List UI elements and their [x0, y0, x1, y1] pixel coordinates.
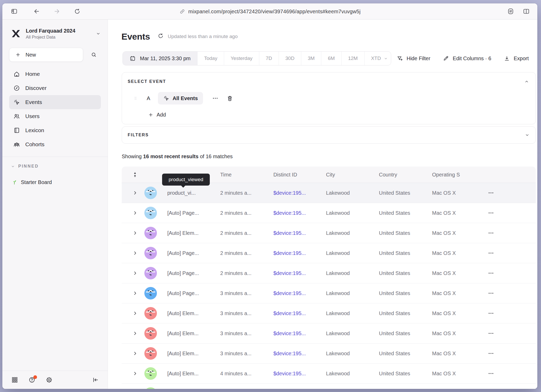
table-row[interactable]: [Auto] Elem... 3 minutes a... $device:19… [122, 344, 536, 364]
help-button[interactable] [28, 376, 36, 384]
table-row[interactable]: [Auto] Elem... 2 minutes a... $device:19… [122, 223, 536, 243]
event-country: United States [379, 290, 410, 296]
forward-icon[interactable] [52, 7, 61, 16]
table-row[interactable]: [Auto] Page... 2 minutes a... $device:19… [122, 203, 536, 223]
range-today[interactable]: Today [197, 52, 224, 65]
event-time: 2 minutes a... [220, 250, 251, 256]
range-xtd[interactable]: XTD [364, 52, 391, 65]
distinct-id-link[interactable]: $device:195... [273, 190, 306, 196]
range-7d[interactable]: 7D [259, 52, 279, 65]
range-yesterday[interactable]: Yesterday [224, 52, 259, 65]
column-header-city[interactable]: City [326, 172, 335, 178]
row-actions-button[interactable] [485, 349, 497, 358]
sidebar-item-lexicon[interactable]: Lexicon [9, 123, 101, 137]
event-country: United States [379, 351, 410, 357]
row-expand-chevron[interactable] [133, 331, 138, 336]
row-actions-button[interactable] [485, 369, 497, 378]
row-expand-chevron[interactable] [133, 291, 138, 296]
table-row[interactable]: [Auto] Page... 2 minutes a... $device:19… [122, 243, 536, 263]
row-actions-button[interactable] [485, 309, 497, 318]
add-event-button[interactable]: Add [148, 109, 166, 120]
split-view-icon[interactable] [522, 7, 531, 16]
row-expand-chevron[interactable] [133, 231, 138, 236]
project-switcher[interactable]: Lord Farquaad 2024 All Project Data [10, 27, 101, 40]
new-button[interactable]: New [9, 48, 83, 62]
sidebar-item-cohorts[interactable]: Cohorts [9, 137, 101, 151]
event-os: Mac OS X [432, 371, 456, 377]
event-selector-chip[interactable]: All Events [158, 92, 203, 105]
range-30d[interactable]: 30D [279, 52, 301, 65]
range-12m[interactable]: 12M [341, 52, 364, 65]
distinct-id-link[interactable]: $device:195... [273, 351, 306, 357]
back-icon[interactable] [32, 7, 41, 16]
column-header-country[interactable]: Country [379, 172, 397, 178]
sidebar-item-home[interactable]: Home [9, 67, 101, 81]
settings-button[interactable] [45, 376, 53, 384]
drag-handle-icon[interactable] [133, 95, 138, 101]
refresh-button[interactable] [157, 33, 165, 40]
export-button[interactable]: Export [498, 51, 534, 65]
row-expand-chevron[interactable] [133, 351, 138, 356]
row-actions-button[interactable] [485, 188, 497, 197]
row-expand-chevron[interactable] [133, 251, 138, 256]
collapse-sidebar-button[interactable] [91, 376, 99, 384]
event-name: [Auto] Elem... [167, 371, 199, 377]
table-row[interactable]: [Auto] Page... 3 minutes a... $device:19… [122, 283, 536, 303]
distinct-id-link[interactable]: $device:195... [273, 230, 306, 236]
page-settings-icon[interactable] [506, 7, 515, 16]
edit-columns-button[interactable]: Edit Columns · 6 [437, 51, 497, 65]
address-bar[interactable]: mixpanel.com/project/3472420/view/397469… [179, 8, 360, 14]
column-header-distinct-id[interactable]: Distinct ID [273, 172, 297, 178]
distinct-id-link[interactable]: $device:195... [273, 210, 306, 216]
row-actions-button[interactable] [485, 269, 497, 278]
chevron-up-icon[interactable] [524, 79, 529, 84]
sidebar-item-events[interactable]: Events [9, 95, 101, 109]
table-row-partial[interactable] [122, 384, 536, 389]
column-header-os[interactable]: Operating S [432, 172, 460, 178]
row-actions-button[interactable] [485, 249, 497, 258]
range-3m[interactable]: 3M [301, 52, 321, 65]
table-row[interactable]: [Auto] Elem... 3 minutes a... $device:19… [122, 303, 536, 323]
row-actions-button[interactable] [485, 289, 497, 298]
row-expand-chevron[interactable] [133, 191, 138, 195]
event-country: United States [379, 330, 410, 336]
date-picker-button[interactable]: Mar 11, 2025 3:30 pm [123, 52, 197, 65]
plus-icon [148, 112, 153, 118]
sidebar-item-discover[interactable]: Discover [9, 81, 101, 95]
funnel-plus-icon [397, 55, 403, 62]
event-os: Mac OS X [432, 330, 456, 336]
distinct-id-link[interactable]: $device:195... [273, 270, 306, 276]
distinct-id-link[interactable]: $device:195... [273, 250, 306, 256]
column-header-time[interactable]: Time [220, 172, 232, 178]
table-row[interactable]: [Auto] Elem... 3 minutes a... $device:19… [122, 323, 536, 344]
delete-event-button[interactable] [226, 95, 233, 102]
event-row-more-button[interactable] [212, 95, 219, 102]
sidebar-item-users[interactable]: Users [9, 109, 101, 123]
table-row[interactable]: [Auto] Page... 2 minutes a... $device:19… [122, 263, 536, 283]
pinned-section-toggle[interactable]: PINNED [11, 163, 101, 169]
sidebar-item-starter-board[interactable]: Starter Board [11, 178, 101, 186]
distinct-id-link[interactable]: $device:195... [273, 330, 306, 336]
row-expand-chevron[interactable] [133, 211, 138, 216]
reload-icon[interactable] [73, 7, 82, 16]
collapse-rows-icon[interactable] [132, 172, 138, 178]
apps-grid-button[interactable] [11, 376, 19, 384]
row-expand-chevron[interactable] [133, 371, 138, 376]
row-expand-chevron[interactable] [133, 271, 138, 276]
sidebar-item-label: Users [25, 113, 40, 119]
chevron-down-icon[interactable] [525, 132, 530, 138]
distinct-id-link[interactable]: $device:195... [273, 371, 306, 377]
row-expand-chevron[interactable] [133, 311, 138, 316]
distinct-id-link[interactable]: $device:195... [273, 310, 306, 316]
row-actions-button[interactable] [485, 229, 497, 237]
row-actions-button[interactable] [485, 209, 497, 217]
distinct-id-link[interactable]: $device:195... [273, 290, 306, 296]
table-row[interactable]: [Auto] Elem... 4 minutes a... $device:19… [122, 364, 536, 384]
range-6m[interactable]: 6M [321, 52, 341, 65]
event-name: [Auto] Page... [167, 290, 199, 296]
browser-sidebar-toggle-icon[interactable] [10, 7, 19, 16]
hide-filter-button[interactable]: Hide Filter [391, 51, 436, 65]
search-button[interactable] [87, 48, 101, 62]
row-actions-button[interactable] [485, 329, 497, 338]
main-content: Events Updated less than a minute ago Ma… [108, 20, 537, 389]
